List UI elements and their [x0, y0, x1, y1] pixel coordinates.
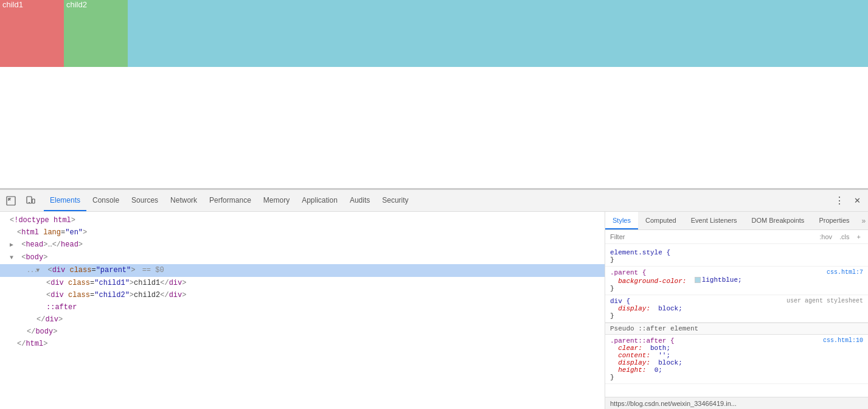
inspect-element-button[interactable]	[2, 192, 19, 209]
tab-network[interactable]: Network	[164, 190, 203, 211]
clear-property: clear:	[618, 344, 642, 352]
parent-style-rule: .parent { css.html:7 background-color: l…	[605, 267, 868, 295]
svg-rect-3	[32, 199, 35, 203]
div-ua-rule: div { user agent stylesheet display: blo…	[605, 295, 868, 323]
url-bar: https://blog.csdn.net/weixin_33466419.in…	[605, 397, 868, 409]
styles-chevron[interactable]: »	[857, 212, 868, 229]
parent-after-close: }	[610, 374, 614, 381]
element-style-rule: element.style { }	[605, 246, 868, 267]
browser-preview: child1 child2	[0, 0, 868, 189]
child2-label: child2	[64, 0, 89, 10]
close-icon: ✕	[854, 196, 861, 205]
html-line-doctype[interactable]: <!doctype html>	[0, 214, 605, 226]
styles-filter-bar: :hov .cls +	[605, 230, 868, 244]
filter-cls-badge[interactable]: .cls	[837, 232, 852, 241]
device-icon	[26, 196, 35, 206]
element-style-close: }	[610, 256, 614, 264]
styles-content: element.style { } .parent { css.html:7 b…	[605, 244, 868, 397]
background-color-property: background-color:	[618, 278, 686, 285]
parent-after-rule: .parent::after { css.html:10 clear: both…	[605, 335, 868, 384]
display-property2: display:	[618, 359, 650, 366]
styles-tab-styles[interactable]: Styles	[605, 212, 638, 229]
styles-tab-dom-breakpoints[interactable]: DOM Breakpoints	[745, 212, 812, 229]
html-line-close-parent[interactable]: </div>	[0, 313, 605, 326]
html-line-parent[interactable]: ... ▼ <div class="parent"> == $0	[0, 264, 605, 277]
styles-panel: Styles Computed Event Listeners DOM Brea…	[605, 212, 868, 409]
content-value: '';	[658, 352, 670, 359]
background-color-value: lightblue;	[702, 276, 742, 284]
elements-panel[interactable]: <!doctype html> <html lang="en"> ▶ <head…	[0, 212, 605, 409]
child1-label: child1	[0, 0, 26, 10]
more-icon: ⋮	[835, 195, 844, 206]
devtools-panel: Elements Console Sources Network Perform…	[0, 189, 868, 409]
color-value-container: lightblue;	[695, 276, 742, 284]
inspect-icon	[6, 196, 16, 206]
filter-badges: :hov .cls +	[817, 232, 863, 241]
toolbar-end-icons: ⋮ ✕	[830, 192, 866, 209]
more-options-button[interactable]: ⋮	[830, 192, 847, 209]
html-line-child2[interactable]: <div class="child2">child2</div>	[0, 289, 605, 301]
height-value: 0;	[654, 366, 662, 374]
parent-after-selector: .parent::after {	[610, 337, 675, 344]
tab-audits[interactable]: Audits	[344, 190, 376, 211]
html-line-html[interactable]: <html lang="en">	[0, 226, 605, 239]
parent-source[interactable]: css.html:7	[827, 269, 863, 276]
expand-arrow[interactable]: ▶	[10, 240, 17, 251]
html-line-head[interactable]: ▶ <head>…</head>	[0, 239, 605, 251]
tab-console[interactable]: Console	[86, 190, 125, 211]
devtools-body: <!doctype html> <html lang="en"> ▶ <head…	[0, 212, 868, 409]
element-style-selector: element.style {	[610, 249, 670, 256]
tab-sources[interactable]: Sources	[125, 190, 164, 211]
display-value: block;	[658, 305, 682, 312]
html-line-child1[interactable]: <div class="child1">child1</div>	[0, 277, 605, 289]
div-close: }	[610, 312, 614, 320]
tab-security[interactable]: Security	[376, 190, 414, 211]
url-text: https://blog.csdn.net/weixin_33466419.in…	[610, 400, 737, 407]
content-property: content:	[618, 352, 650, 359]
display-value2: block;	[658, 359, 682, 366]
tab-performance[interactable]: Performance	[203, 190, 257, 211]
div-selector: div {	[610, 298, 630, 305]
clear-value: both;	[650, 344, 670, 352]
filter-plus-badge[interactable]: +	[855, 232, 863, 241]
close-devtools-button[interactable]: ✕	[849, 192, 866, 209]
pseudo-section-header: Pseudo ::after element	[605, 323, 868, 335]
html-line-after[interactable]: ::after	[0, 301, 605, 313]
device-toggle-button[interactable]	[22, 192, 39, 209]
tab-memory[interactable]: Memory	[257, 190, 296, 211]
html-line-body[interactable]: ▼ <body>	[0, 251, 605, 264]
display-property: display:	[618, 305, 650, 312]
child2-element: child2	[64, 0, 128, 67]
parent-selector: .parent {	[610, 269, 646, 276]
filter-hov-badge[interactable]: :hov	[817, 232, 835, 241]
tab-elements[interactable]: Elements	[44, 190, 86, 211]
html-line-close-html[interactable]: </html>	[0, 338, 605, 350]
html-line-close-body[interactable]: </body>	[0, 326, 605, 338]
devtools-toolbar: Elements Console Sources Network Perform…	[0, 190, 868, 212]
styles-tab-computed[interactable]: Computed	[638, 212, 684, 229]
dom-node-indicator: == $0	[142, 266, 164, 274]
toolbar-icons	[2, 192, 39, 209]
lightblue-swatch[interactable]	[695, 277, 701, 283]
expand-arrow-parent[interactable]: ▼	[36, 265, 43, 276]
svg-rect-0	[7, 197, 15, 205]
height-property: height:	[618, 366, 646, 374]
ua-source: user agent stylesheet	[786, 298, 863, 304]
tab-application[interactable]: Application	[296, 190, 344, 211]
styles-tab-event-listeners[interactable]: Event Listeners	[684, 212, 745, 229]
parent-close: }	[610, 285, 614, 292]
child1-element: child1	[0, 0, 64, 67]
devtools-tabs: Elements Console Sources Network Perform…	[44, 190, 437, 211]
styles-filter-input[interactable]	[610, 233, 814, 240]
parent-after-source[interactable]: css.html:10	[823, 337, 863, 344]
parent-background	[128, 0, 868, 67]
expand-arrow-body[interactable]: ▼	[10, 253, 17, 264]
styles-tab-properties[interactable]: Properties	[811, 212, 856, 229]
styles-tabs: Styles Computed Event Listeners DOM Brea…	[605, 212, 868, 230]
svg-rect-2	[29, 202, 30, 203]
